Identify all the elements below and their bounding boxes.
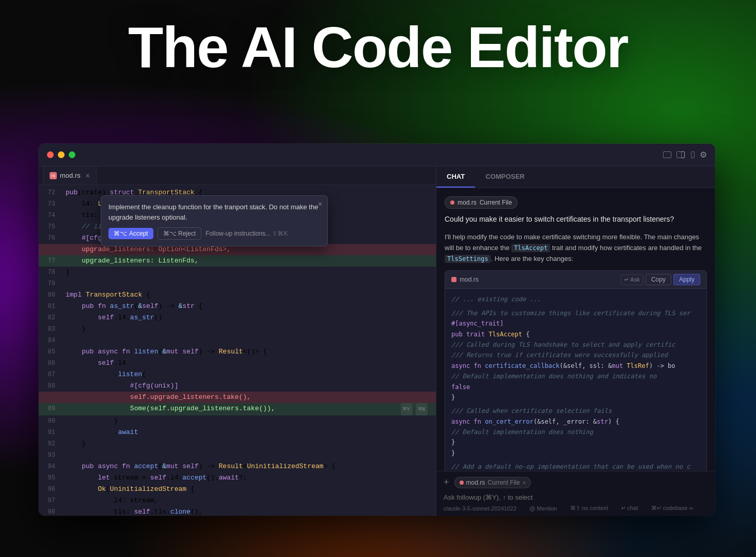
chat-code-line-11: /// Called when certificate selection fa… xyxy=(451,406,700,416)
ai-message: I'll help modify the code to make certif… xyxy=(445,232,707,264)
layout-icon-1[interactable] xyxy=(663,151,671,158)
code-line-95: 95 let stream = self.l4.accept().await?; xyxy=(39,472,436,484)
chat-code-line-7: async fn certificate_callback(&self, ssl… xyxy=(451,361,700,371)
pill-sublabel: Current File xyxy=(487,479,520,486)
layout-icon-2[interactable] xyxy=(676,151,685,158)
code-line-83: 83 } xyxy=(39,323,436,335)
reject-button[interactable]: ⌘⌥ Reject xyxy=(158,227,201,240)
user-message: Could you make it easier to switch certi… xyxy=(445,214,707,225)
title-bar: ⚙ xyxy=(39,144,715,166)
code-line-88a: self.upgrade_listeners.take(), xyxy=(39,392,436,403)
input-pill-file[interactable]: mod.rs Current File × xyxy=(454,477,531,488)
tooltip-actions: ⌘⌥ Accept ⌘⌥ Reject Follow-up instructio… xyxy=(108,227,320,240)
hint-accept-kbd: ⌘Y xyxy=(401,403,413,415)
chat-code-filename: mod.rs xyxy=(451,276,479,283)
code-file-icon xyxy=(451,277,456,282)
code-line-97: 97 l4: stream, xyxy=(39,495,436,506)
chat-code-line-10: } xyxy=(451,392,700,403)
chat-mode[interactable]: ↵ chat xyxy=(621,505,638,512)
code-line-96: 96 Ok(UninitializedStream { xyxy=(39,484,436,495)
chat-code-line-9: false xyxy=(451,382,700,392)
tab-bar: rs mod.rs × xyxy=(39,166,436,185)
accept-button[interactable]: ⌘⌥ Accept xyxy=(108,228,153,239)
code-line-98: 98 tls: self.tls.clone(), xyxy=(39,506,436,516)
chat-panel: CHAT COMPOSER mod.rs Current File Could … xyxy=(436,166,715,516)
chat-code-line-8: // Default implementation does nothing a… xyxy=(451,371,700,381)
ai-middle: trait and modify how certificates are ha… xyxy=(550,244,701,252)
code-line-93: 93 xyxy=(39,450,436,461)
code-line-87: 87 .listen( xyxy=(39,369,436,380)
chat-body[interactable]: mod.rs Current File Could you make it ea… xyxy=(436,188,715,471)
main-content: rs mod.rs × × Implement the cleanup func… xyxy=(39,166,715,516)
traffic-light-yellow[interactable] xyxy=(58,151,65,158)
tab-close-button[interactable]: × xyxy=(86,172,90,180)
context-label: Current File xyxy=(480,199,512,206)
context-pill[interactable]: mod.rs Current File xyxy=(445,196,517,209)
tooltip-text: Implement the cleanup function for the t… xyxy=(108,202,320,222)
traffic-light-red[interactable] xyxy=(47,151,54,158)
accept-label: Accept xyxy=(129,230,148,237)
chat-input[interactable] xyxy=(444,493,708,501)
apply-button[interactable]: Apply xyxy=(673,274,700,285)
code-line-89: 89 Some(self.upgrade_listeners.take()), … xyxy=(39,403,436,415)
chat-code-line-14: } xyxy=(451,437,700,447)
chat-input-pills: + mod.rs Current File × xyxy=(444,477,708,488)
pill-icon xyxy=(460,481,464,485)
codebase-mode[interactable]: ⌘↵ codebase ∞ xyxy=(651,505,694,512)
followup-text: Follow-up instructions... ⇧⌘K xyxy=(206,230,288,237)
chat-tabs: CHAT COMPOSER xyxy=(436,166,715,188)
chat-code-line-3: #[async_trait] xyxy=(451,318,700,329)
ask-button[interactable]: ↵ Ask xyxy=(621,274,643,285)
tab-composer[interactable]: COMPOSER xyxy=(475,166,535,188)
chat-code-content: // ... existing code ... /// The APIs to… xyxy=(445,289,706,471)
code-line-81: 81 pub fn as_str(&self) -> &str { xyxy=(39,301,436,312)
hint-reject-kbd: ⌘N xyxy=(416,403,428,415)
chat-code-line-6: /// Returns true if certificates were su… xyxy=(451,350,700,360)
code-line-92: 92 } xyxy=(39,438,436,450)
pill-filename: mod.rs xyxy=(466,479,485,486)
mention-button[interactable]: @ Mention xyxy=(529,505,557,512)
inline-edit-tooltip: × Implement the cleanup function for the… xyxy=(101,195,328,246)
chat-code-line-2: /// The APIs to customize things like ce… xyxy=(451,308,700,318)
editor-panel: rs mod.rs × × Implement the cleanup func… xyxy=(39,166,436,516)
traffic-lights xyxy=(47,151,75,158)
chat-code-line-13: // Default implementation does nothing xyxy=(451,427,700,437)
traffic-light-green[interactable] xyxy=(69,151,75,158)
code-line-84: 84 xyxy=(39,335,436,346)
layout-icon-3[interactable] xyxy=(691,151,695,158)
reject-label: ⌘⌥ Reject xyxy=(163,230,196,237)
chat-input-area: + mod.rs Current File × claude-3-5-sonne… xyxy=(436,471,715,516)
chat-code-line-1: // ... existing code ... xyxy=(451,294,700,304)
pill-close-button[interactable]: × xyxy=(523,479,526,486)
code-line-85: 85 pub async fn listen(&mut self) -> Res… xyxy=(39,346,436,358)
code-line-80: 80 impl TransportStack { xyxy=(39,289,436,301)
code-line-86: 86 self.l4 xyxy=(39,358,436,369)
chat-code-line-5: /// Called during TLS handshake to selec… xyxy=(451,339,700,350)
code-line-82: 82 self.l4.as_str() xyxy=(39,312,436,323)
tab-filename: mod.rs xyxy=(60,172,81,179)
tooltip-close-button[interactable]: × xyxy=(318,200,322,208)
tab-chat[interactable]: CHAT xyxy=(436,166,475,188)
hero-title: The AI Code Editor xyxy=(0,16,756,79)
code-line-78: 78 } xyxy=(39,267,436,278)
file-tab[interactable]: rs mod.rs × xyxy=(43,166,97,184)
file-icon: rs xyxy=(50,172,57,179)
model-label: claude-3-5-sonnet-20241022 xyxy=(444,505,516,512)
context-filename: mod.rs xyxy=(458,199,477,206)
context-mode[interactable]: ⌘⇧ no context xyxy=(570,505,608,512)
copy-button[interactable]: Copy xyxy=(645,274,671,285)
add-context-button[interactable]: + xyxy=(444,477,449,488)
code-line-94: 94 pub async fn accept(&mut self) -> Res… xyxy=(39,461,436,472)
chat-code-actions: ↵ Ask Copy Apply xyxy=(621,274,700,285)
context-dot xyxy=(450,200,454,205)
chat-code-line-4: pub trait TlsAccept { xyxy=(451,329,700,339)
chat-input-meta: claude-3-5-sonnet-20241022 · @ Mention ·… xyxy=(444,505,708,512)
settings-icon[interactable]: ⚙ xyxy=(700,150,707,160)
window-controls: ⚙ xyxy=(663,150,707,160)
code-line-91: 91 .await xyxy=(39,427,436,438)
chat-code-line-15: } xyxy=(451,448,700,458)
editor-window: ⚙ rs mod.rs × × Implement the cleanup fu… xyxy=(39,144,715,516)
code-line-88: 88 #[cfg(unix)] xyxy=(39,380,436,392)
code-line-90: 90 } xyxy=(39,415,436,427)
chat-code-line-12: async fn on_cert_error(&self, _error: &s… xyxy=(451,416,700,427)
